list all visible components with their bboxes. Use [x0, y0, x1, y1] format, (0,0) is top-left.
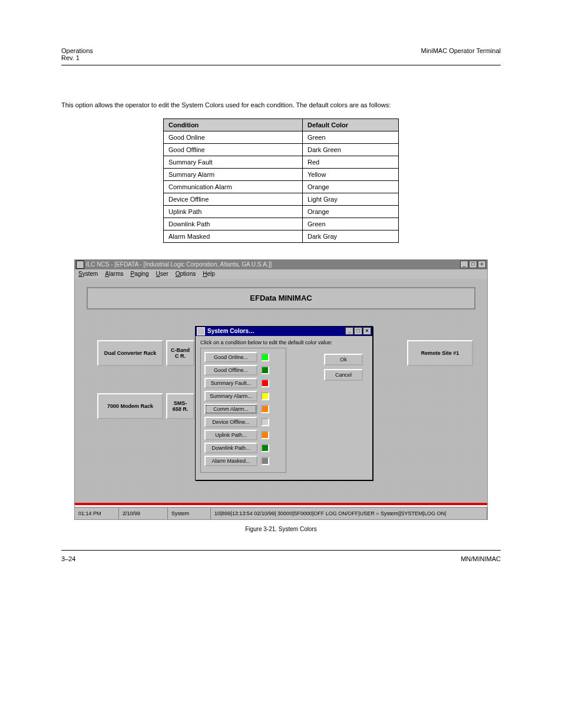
col-condition: Condition [164, 118, 303, 131]
condition-button[interactable]: Summary Alarm... [204, 391, 257, 401]
color-swatch[interactable] [261, 405, 269, 413]
table-row: Device OfflineLight Gray [164, 193, 399, 205]
station-remote-site[interactable]: Remote Site #1 [407, 340, 473, 366]
minimize-button[interactable]: _ [460, 261, 468, 268]
status-time: 01:14 PM [75, 508, 119, 519]
condition-row: Uplink Path... [204, 430, 282, 440]
table-row: Summary AlarmYellow [164, 168, 399, 180]
station-dual-converter[interactable]: Dual Converter Rack [97, 340, 163, 366]
condition-row: Summary Fault... [204, 378, 282, 388]
close-button[interactable]: × [478, 261, 486, 268]
status-user: System [168, 508, 211, 519]
maximize-button[interactable]: □ [469, 261, 477, 268]
table-row: Summary FaultRed [164, 156, 399, 168]
dialog-instruction: Click on a condition below to edit the d… [200, 340, 368, 346]
table-row: Good OfflineDark Green [164, 143, 399, 156]
condition-row: Device Offline... [204, 417, 282, 427]
header-right: MiniMAC Operator Terminal [421, 47, 501, 54]
table-row: Downlink PathGreen [164, 218, 399, 230]
intro-paragraph: This option allows the operator to edit … [61, 100, 501, 110]
app-title-text: ILC NCS - [EFDATA - [Industrial Logic Co… [86, 261, 272, 268]
menu-system[interactable]: System [78, 271, 98, 277]
condition-button[interactable]: Good Online... [204, 352, 257, 363]
color-swatch[interactable] [261, 444, 269, 452]
color-swatch[interactable] [261, 379, 269, 387]
cancel-button[interactable]: Cancel [324, 369, 363, 381]
figure-caption: Figure 3-21. System Colors [61, 526, 501, 532]
condition-row: Summary Alarm... [204, 391, 282, 401]
menu-help[interactable]: Help [203, 271, 215, 277]
condition-button[interactable]: Uplink Path... [204, 430, 257, 440]
color-swatch[interactable] [261, 392, 269, 400]
bottom-rule [61, 550, 501, 551]
condition-button[interactable]: Comm Alarm... [204, 404, 257, 414]
dialog-icon [197, 327, 205, 335]
condition-row: Good Offline... [204, 365, 282, 375]
station-modem-rack[interactable]: 7000 Modem Rack [97, 393, 163, 419]
footer-page: 3–24 [61, 555, 75, 562]
color-swatch[interactable] [261, 366, 269, 374]
station-cband[interactable]: C-Band C R. [166, 340, 194, 366]
color-swatch[interactable] [261, 353, 269, 361]
condition-button[interactable]: Good Offline... [204, 365, 257, 375]
condition-button[interactable]: Alarm Masked... [204, 456, 257, 466]
app-titlebar: ILC NCS - [EFDATA - [Industrial Logic Co… [75, 260, 487, 269]
menu-user[interactable]: User [156, 271, 168, 277]
condition-button[interactable]: Downlink Path... [204, 443, 257, 453]
condition-list: Good Online...Good Offline...Summary Fau… [200, 348, 286, 473]
statusbar: 01:14 PM 2/10/99 System 10|899|13:13:54 … [75, 507, 487, 519]
table-row: Alarm MaskedDark Gray [164, 230, 399, 242]
banner: EFData MINIMAC [87, 287, 475, 309]
menu-options[interactable]: Options [176, 271, 196, 277]
footer-doc: MN/MINIMAC [461, 555, 501, 562]
menu-paging[interactable]: Paging [130, 271, 148, 277]
screenshot-window: ILC NCS - [EFDATA - [Industrial Logic Co… [74, 259, 488, 520]
station-sms[interactable]: SMS-658 R. [166, 393, 194, 419]
condition-button[interactable]: Device Offline... [204, 417, 257, 427]
color-swatch[interactable] [261, 457, 269, 465]
dialog-titlebar: System Colors… _ □ × [196, 327, 372, 336]
color-swatch[interactable] [261, 431, 269, 439]
dialog-maximize-button[interactable]: □ [354, 327, 362, 335]
header-rev: Rev. 1 [61, 54, 80, 61]
menubar: SystemAlarmsPagingUserOptionsHelp [75, 269, 487, 279]
ok-button[interactable]: Ok [324, 354, 363, 365]
status-message: 10|899|13:13:54 02/10/99| 30000|SF0000|O… [211, 508, 487, 519]
defaults-table: Condition Default Color Good OnlineGreen… [163, 118, 399, 243]
condition-row: Downlink Path... [204, 443, 282, 453]
condition-row: Alarm Masked... [204, 456, 282, 466]
condition-row: Comm Alarm... [204, 404, 282, 414]
table-row: Uplink PathOrange [164, 205, 399, 218]
app-icon [76, 261, 84, 269]
header-left: Operations [61, 47, 93, 54]
dialog-close-button[interactable]: × [363, 327, 371, 335]
table-row: Good OnlineGreen [164, 131, 399, 143]
table-row: Communication AlarmOrange [164, 180, 399, 193]
menu-alarms[interactable]: Alarms [105, 271, 123, 277]
condition-button[interactable]: Summary Fault... [204, 378, 257, 388]
dialog-body: Click on a condition below to edit the d… [196, 336, 372, 480]
status-date: 2/10/99 [119, 508, 168, 519]
workspace: EFData MINIMAC Dual Converter Rack 7000 … [75, 279, 487, 505]
top-rule [61, 65, 501, 65]
condition-row: Good Online... [204, 352, 282, 363]
dialog-title: System Colors… [207, 328, 254, 334]
system-colors-dialog: System Colors… _ □ × Click on a conditio… [195, 326, 373, 481]
dialog-minimize-button[interactable]: _ [345, 327, 353, 335]
col-color: Default Color [302, 118, 398, 131]
color-swatch[interactable] [261, 418, 269, 426]
